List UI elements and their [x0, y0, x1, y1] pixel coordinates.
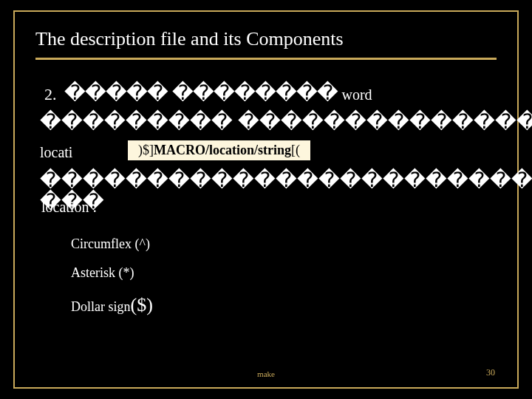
macro-syntax-callout: )$]MACRO/location/string[( — [127, 140, 311, 161]
location-label: location : — [41, 199, 497, 216]
list-item-dollar: Dollar sign($) — [71, 294, 497, 316]
placeholder-glyphs-2: ��������� ��������������������������� — [40, 109, 497, 134]
callout-text-bold: MACRO/location/string — [154, 143, 291, 157]
location-line: locati )$]MACRO/location/string[( — [40, 141, 497, 166]
callout-text-close: [( — [291, 143, 300, 157]
placeholder-glyphs-3: ���������������������������������� — [40, 168, 497, 192]
list-item-asterisk: Asterisk (*) — [71, 265, 497, 281]
placeholder-glyphs-1: ����� �������� — [64, 81, 338, 105]
slide-title: The description file and its Components — [35, 28, 497, 50]
body-row-1: 2. ����� �������� word — [44, 81, 497, 105]
word-label: word — [342, 86, 372, 103]
slide-frame: The description file and its Components … — [13, 10, 519, 389]
location-fragment: locati — [40, 144, 72, 161]
dollar-prefix: Dollar sign — [71, 299, 131, 314]
footer-tool-name: make — [15, 369, 517, 378]
dollar-symbol: ($) — [131, 294, 153, 316]
symbol-list: Circumflex (^) Asterisk (*) Dollar sign(… — [71, 236, 497, 316]
title-rule — [35, 58, 497, 60]
page-number: 30 — [486, 367, 495, 378]
list-number: 2. — [44, 85, 57, 104]
list-item-circumflex: Circumflex (^) — [71, 236, 497, 252]
callout-text-open: )$] — [138, 143, 154, 157]
